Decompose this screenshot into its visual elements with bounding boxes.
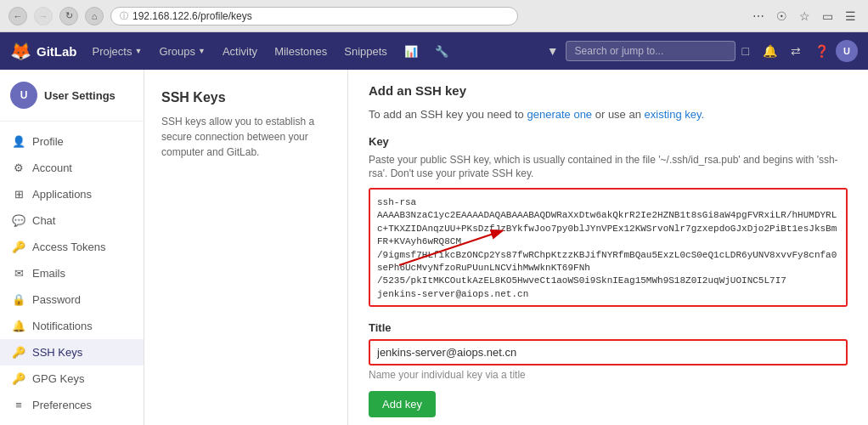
- right-panel: Add an SSH key To add an SSH key you nee…: [348, 70, 868, 425]
- sidebar-header: U User Settings: [0, 70, 144, 122]
- sidebar-user-avatar: U: [10, 82, 37, 109]
- password-icon: 🔒: [12, 293, 25, 306]
- sidebar-item-applications[interactable]: ⊞ Applications: [0, 181, 144, 207]
- sidebar-item-gpg-keys[interactable]: 🔑 GPG Keys: [0, 366, 144, 392]
- add-ssh-key-info: To add an SSH key you need to generate o…: [369, 106, 848, 123]
- sidebar: U User Settings 👤 Profile ⚙ Account ⊞ Ap…: [0, 70, 144, 425]
- sidebar-item-profile[interactable]: 👤 Profile: [0, 128, 144, 155]
- add-ssh-key-title: Add an SSH key: [369, 83, 848, 98]
- generate-one-link[interactable]: generate one: [527, 108, 592, 121]
- left-panel-description: SSH keys allow you to establish a secure…: [161, 114, 330, 160]
- refresh-button[interactable]: ↻: [59, 7, 78, 26]
- forward-button[interactable]: →: [34, 7, 53, 26]
- chevron-down-icon: ▼: [134, 47, 142, 55]
- title-field-label: Title: [369, 321, 848, 334]
- chat-icon: 💬: [12, 214, 25, 227]
- main-layout: U User Settings 👤 Profile ⚙ Account ⊞ Ap…: [0, 70, 868, 425]
- sidebar-item-access-tokens[interactable]: 🔑 Access Tokens: [0, 234, 144, 260]
- left-panel: SSH Keys SSH keys allow you to establish…: [144, 70, 348, 425]
- sidebar-item-ssh-keys[interactable]: 🔑 SSH Keys: [0, 339, 144, 366]
- nav-snippets[interactable]: Snippets: [335, 32, 396, 70]
- nav-wrench-icon[interactable]: 🔧: [426, 32, 457, 70]
- emails-icon: ✉: [12, 267, 25, 280]
- sidebar-item-emails[interactable]: ✉ Emails: [0, 260, 144, 286]
- sidebar-item-notifications[interactable]: 🔔 Notifications: [0, 313, 144, 339]
- existing-key-link[interactable]: existing key.: [645, 108, 705, 121]
- profile-icon: 👤: [12, 135, 25, 148]
- shield-button[interactable]: ☉: [773, 8, 791, 25]
- gitlab-fox-icon: 🦊: [10, 41, 31, 61]
- sidebar-item-account[interactable]: ⚙ Account: [0, 155, 144, 181]
- nav-milestones[interactable]: Milestones: [266, 32, 335, 70]
- nav-search-input[interactable]: [566, 41, 736, 61]
- chevron-down-icon: ▼: [198, 47, 206, 55]
- ssh-keys-icon: 🔑: [12, 346, 25, 359]
- sidebar-item-preferences[interactable]: ≡ Preferences: [0, 392, 144, 418]
- gitlab-nav: 🦊 GitLab Projects ▼ Groups ▼ Activity Mi…: [0, 32, 868, 70]
- home-button[interactable]: ⌂: [85, 7, 104, 26]
- nav-graph-icon[interactable]: 📊: [396, 32, 426, 70]
- browser-actions: ⋯ ☉ ☆ ▭ ☰: [749, 8, 860, 25]
- content-area: SSH Keys SSH keys allow you to establish…: [144, 70, 868, 425]
- more-button[interactable]: ⋯: [749, 8, 768, 25]
- gpg-keys-icon: 🔑: [12, 372, 25, 385]
- key-field-description: Paste your public SSH key, which is usua…: [369, 153, 848, 182]
- nav-projects[interactable]: Projects ▼: [84, 32, 151, 70]
- nav-activity[interactable]: Activity: [214, 32, 266, 70]
- account-icon: ⚙: [12, 162, 25, 174]
- add-key-button[interactable]: Add key: [369, 391, 436, 417]
- nav-user-avatar[interactable]: U: [836, 40, 858, 62]
- preferences-icon: ≡: [12, 399, 25, 411]
- url-bar[interactable]: ⓘ 192.168.122.6/profile/keys: [110, 7, 518, 26]
- gitlab-logo[interactable]: 🦊 GitLab: [10, 41, 77, 61]
- nav-dropdown-icon[interactable]: ▼: [540, 32, 566, 70]
- nav-clone-icon[interactable]: □: [736, 32, 756, 70]
- gitlab-brand-name: GitLab: [37, 44, 77, 59]
- sidebar-item-chat[interactable]: 💬 Chat: [0, 207, 144, 234]
- key-field-label: Key: [369, 135, 848, 148]
- title-field-hint: Name your individual key via a title: [369, 369, 848, 381]
- nav-merge-icon[interactable]: ⇄: [784, 32, 808, 70]
- lock-icon: ⓘ: [120, 10, 128, 22]
- nav-bell-icon[interactable]: 🔔: [756, 32, 784, 70]
- key-textarea[interactable]: ssh-rsa AAAAB3NzaC1yc2EAAAADAQABAAABAQDW…: [369, 188, 848, 307]
- notifications-icon: 🔔: [12, 320, 25, 332]
- sidebar-menu: 👤 Profile ⚙ Account ⊞ Applications 💬 Cha…: [0, 122, 144, 425]
- access-tokens-icon: 🔑: [12, 241, 25, 253]
- sidebar-toggle[interactable]: ☰: [842, 8, 860, 25]
- left-panel-title: SSH Keys: [161, 90, 330, 105]
- sidebar-title: User Settings: [44, 89, 116, 102]
- nav-groups[interactable]: Groups ▼: [150, 32, 214, 70]
- applications-icon: ⊞: [12, 188, 25, 201]
- title-input[interactable]: [369, 339, 848, 366]
- back-button[interactable]: ←: [8, 7, 27, 26]
- browser-chrome: ← → ↻ ⌂ ⓘ 192.168.122.6/profile/keys ⋯ ☉…: [0, 0, 868, 32]
- star-button[interactable]: ☆: [796, 8, 814, 25]
- sidebar-item-password[interactable]: 🔒 Password: [0, 286, 144, 313]
- extensions-button[interactable]: ▭: [819, 8, 837, 25]
- nav-help-icon[interactable]: ❓: [808, 32, 836, 70]
- url-text: 192.168.122.6/profile/keys: [132, 10, 252, 22]
